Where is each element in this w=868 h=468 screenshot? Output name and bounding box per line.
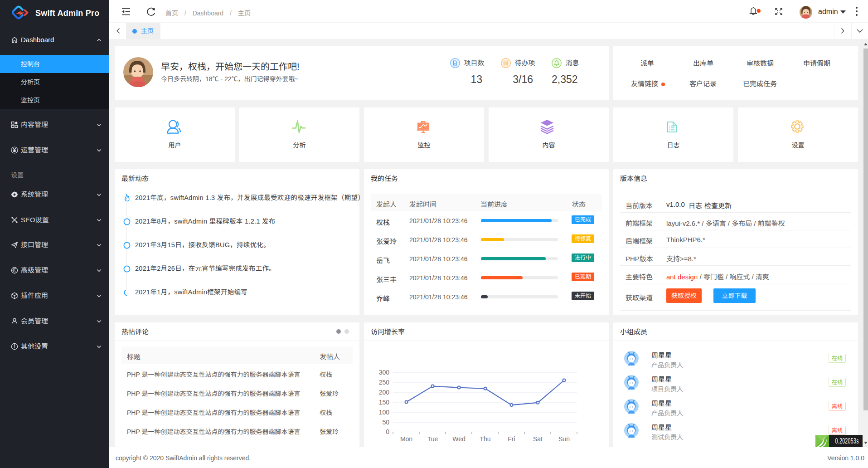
svg-text:100: 100: [379, 409, 390, 416]
svg-text:Tue: Tue: [427, 435, 438, 443]
svg-text:Sun: Sun: [558, 435, 570, 443]
svg-text:Fri: Fri: [508, 435, 515, 443]
svg-text:0: 0: [386, 428, 389, 435]
svg-text:Sat: Sat: [533, 435, 543, 443]
svg-text:250: 250: [379, 379, 390, 386]
svg-text:Mon: Mon: [400, 435, 412, 443]
svg-text:300: 300: [379, 369, 390, 376]
svg-text:200: 200: [379, 389, 390, 396]
svg-text:Thu: Thu: [480, 435, 490, 443]
svg-text:150: 150: [379, 399, 390, 406]
svg-text:50: 50: [382, 419, 389, 426]
svg-text:Wed: Wed: [452, 435, 466, 443]
